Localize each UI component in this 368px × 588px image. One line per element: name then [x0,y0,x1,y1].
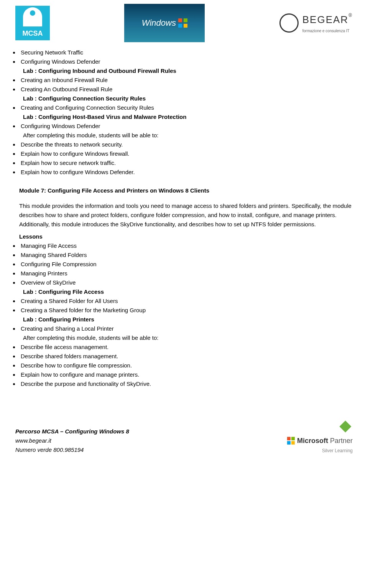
begear-logo: BEGEAR® formazione e consulenza IT [279,12,353,34]
lab-heading: Lab : Configuring Host-Based Virus and M… [23,112,353,122]
footer-course-title: Percorso MCSA – Configuring Windows 8 [15,427,129,436]
microsoft-flag-icon [287,437,295,445]
list-item: Overview of SkyDrive [19,278,353,287]
footer-phone: Numero verde 800.985194 [15,445,129,455]
list-item: Describe the purpose and functionality o… [19,379,353,389]
list-item: Describe the threats to network security… [19,140,353,149]
list-item: Managing Printers [19,269,353,278]
document-content: Securing Network Traffic Configuring Win… [15,48,353,389]
list-item: Creating and Sharing a Local Printer [19,324,353,333]
after-completing-text: After completing this module, students w… [23,333,353,343]
module-description: This module provides the information and… [19,201,353,229]
list-item: Describe how to configure file compressi… [19,361,353,370]
module-heading: Module 7: Configuring File Access and Pr… [19,186,353,195]
silver-learning-text: Silver Learning [322,447,353,455]
footer-website: www.begear.it [15,436,129,445]
list-item: Creating and Configuring Connection Secu… [19,103,353,112]
list-item: Describe file access management. [19,343,353,352]
lessons-label: Lessons [19,232,353,241]
list-item: Explain how to configure Windows Defende… [19,168,353,177]
list-item: Explain how to configure Windows firewal… [19,149,353,158]
windows-flag-icon [178,18,187,28]
lab-heading: Lab : Configuring File Access [23,287,353,296]
footer-right: Microsoft Partner Silver Learning [287,419,353,455]
after-completing-text: After completing this module, students w… [23,131,353,140]
lab-heading: Lab : Configuring Printers [23,315,353,324]
microsoft-text: Microsoft [297,437,328,445]
list-item: Explain how to configure and manage prin… [19,370,353,379]
begear-subtitle: formazione e consulenza IT [302,28,353,34]
list-item: Configuring File Compression [19,260,353,269]
list-item: Creating a Shared folder for the Marketi… [19,306,353,315]
cube-icon [338,419,353,434]
list-item: Configuring Windows Defender [19,122,353,131]
registered-icon: ® [348,13,353,18]
lab-heading: Lab : Configuring Connection Security Ru… [23,94,353,103]
list-item: Creating a Shared Folder for All Users [19,296,353,306]
list-item: Managing Shared Folders [19,250,353,260]
microsoft-partner-logo: Microsoft Partner [287,435,353,446]
list-item: Creating An Outbound Firewall Rule [19,85,353,94]
mcsa-text: MCSA [23,28,43,39]
list-item: Explain how to secure network traffic. [19,158,353,168]
list-item: Creating an Inbound Firewall Rule [19,76,353,85]
windows-logo: Windows [124,4,205,42]
begear-title: BEGEAR [302,14,348,25]
footer: Percorso MCSA – Configuring Windows 8 ww… [15,419,353,455]
windows-text: Windows [142,16,176,30]
header-logos: MCSA Windows BEGEAR® formazione e consul… [15,4,353,42]
partner-text: Partner [328,437,353,445]
person-icon [23,7,42,26]
gear-icon [279,13,299,33]
list-item: Securing Network Traffic [19,48,353,57]
lab-heading: Lab : Configuring Inbound and Outbound F… [23,66,353,76]
list-item: Configuring Windows Defender [19,57,353,66]
mcsa-logo: MCSA [15,6,50,40]
footer-left: Percorso MCSA – Configuring Windows 8 ww… [15,427,129,455]
list-item: Describe shared folders management. [19,352,353,361]
list-item: Managing File Access [19,241,353,250]
